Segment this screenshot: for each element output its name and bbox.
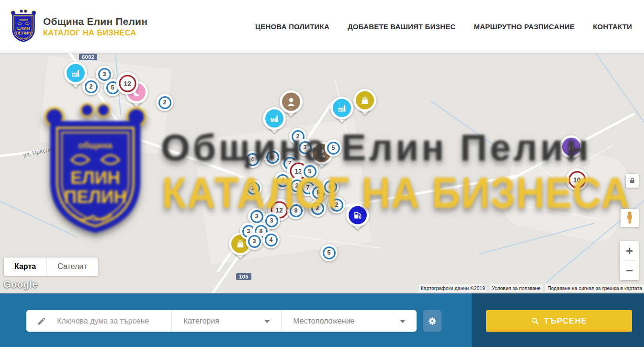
fuel-pin-marker[interactable] (346, 204, 369, 227)
map-type-control: Карта Сателит (4, 257, 98, 276)
google-logo[interactable]: Google (3, 279, 38, 290)
factory-icon (265, 110, 283, 128)
bag-pin-marker[interactable] (353, 89, 376, 112)
nav-contacts[interactable]: КОНТАКТИ (593, 22, 632, 31)
church-pin-marker[interactable] (560, 135, 583, 158)
search-icon (531, 317, 539, 325)
factory-icon (333, 99, 351, 117)
pegman-icon (625, 211, 634, 224)
cluster-count: 5 (328, 249, 331, 256)
pin-head (346, 204, 369, 227)
cluster-marker[interactable]: 12 (116, 72, 139, 95)
bag-icon (356, 91, 374, 110)
cluster-marker[interactable]: 8 (287, 202, 305, 219)
map-type-map-button[interactable]: Карта (4, 257, 46, 276)
pegman-control[interactable] (621, 209, 639, 227)
cluster-marker[interactable]: 3 (246, 233, 263, 250)
crest-small-text: община (19, 18, 28, 21)
municipality-crest-icon: община ЕЛИН ПЕЛИН (10, 9, 37, 44)
cluster-count: 3 (255, 213, 259, 220)
cluster-count: 4 (329, 183, 332, 190)
location-select[interactable]: Местоположение (281, 310, 417, 332)
zoom-in-button[interactable]: + (620, 241, 639, 260)
cluster-count: 2 (90, 83, 93, 90)
gear-icon (427, 316, 438, 326)
cluster-count: 5 (111, 84, 114, 91)
lock-control-button[interactable] (626, 174, 639, 188)
search-submit-label: ТЪРСЕНЕ (544, 316, 587, 326)
attribution-copyright: Картографски данни ©2019 (419, 284, 487, 292)
cluster-count: 3 (270, 217, 273, 224)
zoom-control: + − (620, 241, 639, 280)
cluster-marker[interactable]: 2 (309, 200, 326, 217)
cluster-marker[interactable]: 3 (296, 139, 314, 156)
nav-add-your-business[interactable]: ДОБАВЕТЕ ВАШИЯТ БИЗНЕС (348, 22, 455, 31)
church-icon (562, 138, 580, 156)
cluster-count: 2 (296, 133, 300, 140)
map-attribution: Картографски данни ©2019 Условия за полз… (419, 284, 644, 292)
pin-head (330, 97, 353, 120)
cluster-marker[interactable]: 5 (325, 139, 342, 157)
search-submit-button[interactable]: ТЪРСЕНЕ (486, 310, 632, 332)
pin-head (560, 135, 583, 158)
cluster-count: 12 (124, 79, 131, 87)
header: община ЕЛИН ПЕЛИН Община Елин Пелин КАТА… (0, 0, 644, 53)
cluster-count: 2 (163, 99, 167, 106)
cluster-count: 4 (281, 177, 284, 184)
factory-icon (67, 64, 85, 82)
cluster-count: 5 (332, 145, 335, 151)
cluster-count: 2 (335, 201, 339, 208)
cluster-count: 5 (308, 168, 312, 175)
category-select[interactable]: Категория (171, 310, 281, 332)
cluster-count: 2 (252, 185, 255, 191)
cluster-marker[interactable]: 2 (245, 179, 262, 197)
main-nav: ЦЕНОВА ПОЛИТИКА ДОБАВЕТЕ ВАШИЯТ БИЗНЕС М… (255, 22, 632, 31)
cluster-count: 3 (253, 238, 256, 245)
factory-pin-marker[interactable] (330, 97, 353, 120)
cluster-marker[interactable]: 2 (156, 94, 173, 111)
nav-route-schedule[interactable]: МАРШРУТНО РАЗПИСАНИЕ (474, 22, 575, 31)
cluster-marker[interactable]: 4 (322, 178, 339, 195)
chevron-down-icon (400, 320, 405, 323)
cluster-count: 3 (304, 144, 307, 151)
cluster-count: 10 (573, 176, 581, 183)
pin-head (263, 107, 286, 130)
cluster-count: 4 (270, 236, 273, 243)
site-subtitle: КАТАЛОГ НА БИЗНЕСА (43, 29, 147, 37)
chevron-down-icon (265, 320, 270, 323)
cluster-marker[interactable]: 4 (262, 231, 280, 248)
cluster-marker[interactable]: 2 (82, 78, 100, 95)
nav-pricing-policy[interactable]: ЦЕНОВА ПОЛИТИКА (255, 22, 329, 31)
factory-pin-marker[interactable] (263, 107, 286, 130)
pin-head (353, 89, 376, 112)
zoom-out-button[interactable]: − (620, 261, 639, 280)
search-fields: Категория Местоположение (26, 310, 417, 332)
category-select-value: Категория (183, 317, 219, 325)
fuel-icon (349, 206, 367, 224)
site-logo[interactable]: община ЕЛИН ПЕЛИН Община Елин Пелин КАТА… (10, 9, 147, 44)
cluster-count: 3 (103, 71, 106, 78)
cluster-count: 2 (295, 182, 299, 189)
attribution-terms-link[interactable]: Условия за ползване (490, 284, 542, 292)
advanced-search-button[interactable] (423, 310, 441, 332)
cluster-count: 8 (260, 228, 263, 235)
cluster-marker[interactable]: 5 (301, 163, 318, 180)
cluster-count: 4 (251, 156, 254, 163)
attribution-report-error-link[interactable]: Подаване на сигнал за грешка в картата (545, 284, 644, 292)
location-select-value: Местоположение (293, 317, 354, 325)
crest-name-line2: ПЕЛИН (15, 31, 31, 35)
pencil-icon (26, 316, 57, 326)
cluster-marker[interactable]: 2 (328, 196, 345, 213)
cluster-marker[interactable]: 4 (244, 151, 261, 168)
cluster-marker[interactable]: 6 (264, 148, 281, 166)
keyword-search-input[interactable] (57, 317, 165, 325)
map-type-satellite-button[interactable]: Сателит (46, 257, 97, 276)
cluster-marker[interactable]: 10 (566, 168, 588, 191)
cluster-marker[interactable]: 5 (320, 244, 338, 261)
map-canvas[interactable]: 6002105 ул. Преславбул. „Новоселци“ 3251… (0, 53, 644, 293)
keyword-field-wrap (26, 310, 171, 332)
site-title: Община Елин Пелин (43, 16, 147, 27)
cluster-count: 7 (306, 184, 310, 191)
search-bar: Категория Местоположение ТЪРСЕНЕ (0, 293, 644, 347)
crest-name-line1: ЕЛИН (17, 26, 30, 31)
